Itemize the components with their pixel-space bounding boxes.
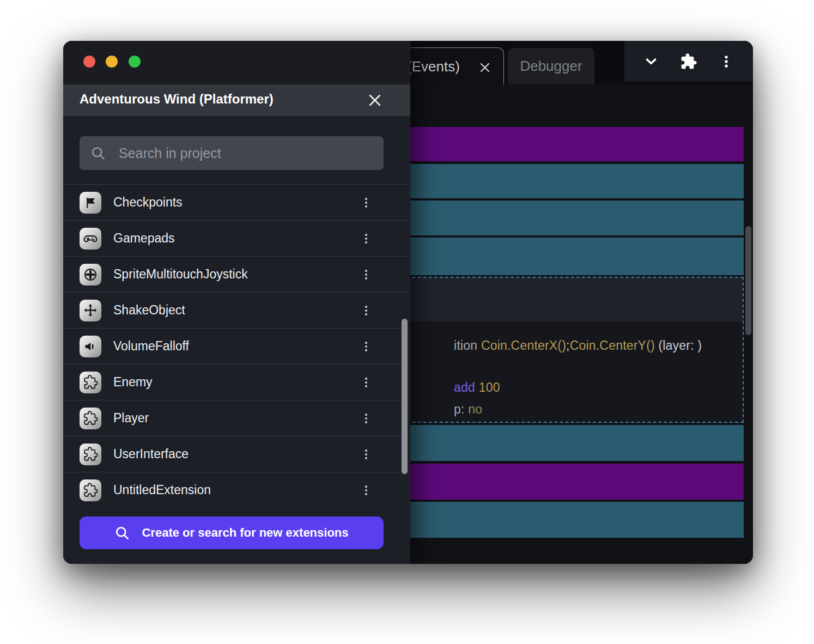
code-token: ; [566, 338, 570, 353]
code-token: Coin.CenterX() [481, 338, 566, 353]
joystick-icon [80, 264, 101, 285]
item-menu-icon[interactable] [357, 337, 375, 356]
puzzle-icon [80, 479, 101, 501]
move-arrows-icon [80, 300, 101, 321]
list-item-volumefalloff[interactable]: VolumeFalloff [63, 328, 410, 364]
item-menu-icon[interactable] [357, 265, 375, 284]
project-search[interactable] [80, 136, 384, 170]
search-input[interactable] [118, 145, 373, 162]
tab-events-label: (Events) [407, 58, 460, 75]
traffic-light-minimize[interactable] [106, 56, 118, 68]
desktop: (Events) Debugger [0, 0, 814, 644]
code-token: p: [454, 402, 468, 416]
list-item-enemy[interactable]: Enemy [63, 364, 410, 400]
drawer-scrollbar[interactable] [402, 319, 408, 474]
list-item-label: UntitledExtension [113, 483, 211, 497]
puzzle-icon [80, 372, 101, 393]
project-manager-drawer: Adventurous Wind (Platformer) Checkpoint… [63, 41, 410, 564]
item-menu-icon[interactable] [357, 301, 375, 320]
tab-close-icon[interactable] [478, 61, 491, 74]
item-menu-icon[interactable] [357, 193, 375, 212]
flag-icon [80, 192, 101, 214]
events-scrollbar[interactable] [745, 226, 751, 335]
list-item-label: SpriteMultitouchJoystick [113, 267, 248, 282]
more-vertical-icon[interactable] [715, 51, 737, 72]
list-item-label: ShakeObject [113, 303, 185, 318]
extensions-puzzle-icon[interactable] [678, 51, 700, 72]
item-menu-icon[interactable] [357, 229, 375, 248]
code-token: Coin.CenterY() [570, 338, 655, 353]
search-icon [90, 145, 106, 161]
code-token: ition [454, 338, 481, 353]
create-extension-button[interactable]: Create or search for new extensions [80, 517, 384, 549]
item-menu-icon[interactable] [357, 373, 375, 392]
speaker-icon [80, 336, 101, 357]
chevron-down-icon[interactable] [640, 51, 662, 72]
item-menu-icon[interactable] [357, 409, 375, 428]
list-item-shakeobject[interactable]: ShakeObject [63, 292, 410, 328]
top-right-strip [624, 41, 753, 82]
list-item-label: Player [113, 411, 149, 426]
window-titlebar [63, 41, 410, 84]
extensions-list: Checkpoints Gamepads [63, 184, 410, 508]
tab-debugger[interactable]: Debugger [508, 48, 594, 84]
traffic-light-zoom[interactable] [129, 56, 141, 68]
event-action-position: ition Coin.CenterX();Coin.CenterY() (lay… [411, 324, 702, 368]
list-item-label: Checkpoints [113, 195, 183, 210]
list-item-userinterface[interactable]: UserInterface [63, 436, 410, 472]
code-token: no [468, 402, 482, 416]
puzzle-icon [80, 443, 101, 465]
list-item-label: Enemy [113, 375, 153, 390]
drawer-header: Adventurous Wind (Platformer) [63, 84, 410, 116]
list-item-untitledextension[interactable]: UntitledExtension [63, 472, 410, 508]
project-title: Adventurous Wind (Platformer) [80, 92, 274, 107]
list-item-label: UserInterface [113, 447, 189, 461]
list-item-label: Gamepads [113, 231, 175, 246]
list-item-label: VolumeFalloff [113, 339, 189, 354]
list-item-checkpoints[interactable]: Checkpoints [63, 184, 410, 220]
puzzle-icon [80, 408, 101, 429]
code-token: (layer: ) [655, 338, 702, 353]
drawer-close-icon[interactable] [366, 92, 384, 109]
app-window: (Events) Debugger [63, 41, 753, 564]
create-extension-label: Create or search for new extensions [142, 526, 348, 540]
search-icon [114, 525, 130, 540]
list-item-spritemultitouchjoystick[interactable]: SpriteMultitouchJoystick [63, 256, 410, 292]
list-item-player[interactable]: Player [63, 400, 410, 436]
item-menu-icon[interactable] [357, 445, 375, 464]
list-item-gamepads[interactable]: Gamepads [63, 220, 410, 256]
item-menu-icon[interactable] [357, 481, 375, 500]
traffic-light-close[interactable] [83, 56, 95, 68]
gamepad-icon [80, 228, 101, 250]
